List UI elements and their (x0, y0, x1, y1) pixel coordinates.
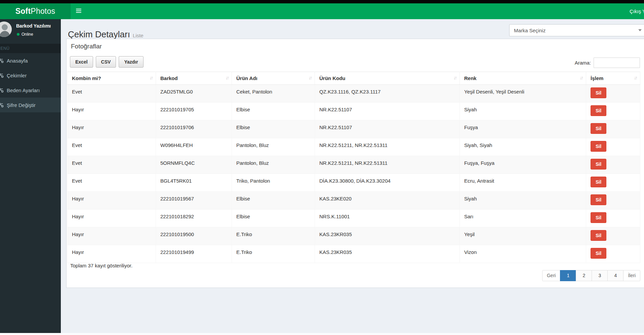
delete-button[interactable]: Sil (591, 87, 606, 98)
cell-barkod: 5ORNMFLQ4C (156, 156, 232, 174)
cell-renk: Fuşya (460, 120, 586, 138)
user-name: Barkod Yazılımı (16, 23, 51, 29)
chevron-down-icon (638, 29, 642, 31)
cell-urun_adi: Elbise (232, 120, 315, 138)
table-row: Hayır222101019499E.TrikoKAS.23KR035Vizon… (68, 245, 640, 263)
cell-renk: Siyah (460, 192, 586, 210)
photos-table: Kombin mi?↓↑Barkod↓↑Ürün Adı↓↑Ürün Kodu↓… (67, 72, 640, 263)
cell-barkod: 222101019706 (156, 120, 232, 138)
delete-button[interactable]: Sil (591, 159, 606, 170)
cell-urun_adi: Elbise (232, 103, 315, 120)
search-input[interactable] (594, 58, 640, 68)
cell-islem: Sil (586, 210, 640, 227)
pagination-page-2[interactable]: 2 (576, 270, 592, 281)
pagination-page-1[interactable]: 1 (560, 270, 576, 281)
sidebar-item-1[interactable]: Anasayfa (0, 53, 61, 68)
sidebar-item-label: Çekimler (7, 73, 27, 78)
cell-kombin: Evet (68, 174, 156, 192)
user-status: Online (17, 32, 33, 37)
user-avatar (0, 22, 12, 37)
pagination: Geri1234İleri (542, 270, 640, 281)
app-logo[interactable]: SoftPhotos (0, 3, 71, 19)
sidebar-menu: AnasayfaÇekimlerBeden AyarlarıŞifre Deği… (0, 53, 61, 112)
cell-islem: Sil (586, 103, 640, 120)
column-header[interactable]: Barkod↓↑ (156, 72, 232, 85)
table-row: EvetZAD25TMLG0Ceket, PantolonQZ.K23.1116… (68, 85, 640, 103)
cell-kombin: Evet (68, 138, 156, 156)
sidebar-item-2[interactable]: Çekimler (0, 68, 61, 83)
cell-urun_kodu: KAS.23KE020 (315, 192, 460, 210)
sidebar-item-label: Beden Ayarları (7, 87, 40, 93)
cell-renk: Siyah, Siyah (460, 138, 586, 156)
csv-export-button[interactable]: CSV (96, 56, 116, 68)
cell-barkod: BGL4T5RK01 (156, 174, 232, 192)
pagination-prev-button[interactable]: Geri (542, 270, 560, 281)
column-header[interactable]: Kombin mi?↓↑ (68, 72, 156, 85)
logo-bold-text: Soft (15, 7, 31, 16)
barcode-link-icon (0, 103, 6, 108)
column-header[interactable]: Ürün Adı↓↑ (232, 72, 315, 85)
top-navbar: SoftPhotos Çıkış Yap (0, 3, 644, 19)
cell-kombin: Hayır (68, 120, 156, 138)
sidebar-item-4[interactable]: Şifre Değiştir (0, 98, 61, 112)
cell-urun_adi: Pantolon, Bluz (232, 138, 315, 156)
cell-urun_adi: Elbise (232, 192, 315, 210)
barcode-link-icon (0, 88, 6, 93)
sidebar-item-3[interactable]: Beden Ayarları (0, 83, 61, 98)
delete-button[interactable]: Sil (591, 230, 606, 241)
delete-button[interactable]: Sil (591, 141, 606, 152)
cell-renk: Fuşya, Fuşya (460, 156, 586, 174)
delete-button[interactable]: Sil (591, 105, 606, 116)
online-status-icon (17, 33, 19, 36)
cell-kombin: Evet (68, 85, 156, 103)
sort-icon: ↓↑ (309, 75, 311, 80)
cell-urun_kodu: NR.K22.51211, NR.K22.51311 (315, 138, 460, 156)
logout-link[interactable]: Çıkış Yap (630, 3, 644, 19)
logo-light-text: Photos (31, 7, 55, 16)
hamburger-menu-icon[interactable] (76, 9, 81, 13)
excel-export-button[interactable]: Excel (70, 56, 93, 68)
sort-icon: ↓↑ (634, 75, 637, 80)
cell-urun_adi: Elbise (232, 210, 315, 227)
window-top-edge (0, 0, 644, 3)
online-status-label: Online (22, 32, 33, 37)
search-label: Arama: (575, 60, 591, 66)
cell-barkod: 222101019500 (156, 227, 232, 245)
page-subtitle: Liste (133, 33, 144, 38)
cell-kombin: Evet (68, 156, 156, 174)
sidebar: Barkod Yazılımı Online MENÜ AnasayfaÇeki… (0, 19, 61, 333)
cell-islem: Sil (586, 156, 640, 174)
delete-button[interactable]: Sil (591, 248, 606, 259)
table-row: Hayır222101019705ElbiseNR.K22.51107Siyah… (68, 103, 640, 120)
pagination-next-button[interactable]: İleri (623, 270, 640, 281)
table-row: Hayır222101019567ElbiseKAS.23KE020SiyahS… (68, 192, 640, 210)
cell-kombin: Hayır (68, 103, 156, 120)
brand-select-value: Marka Seçiniz (514, 28, 546, 33)
yazdır-export-button[interactable]: Yazdır (119, 56, 143, 68)
table-row: Hayır222101019706ElbiseNR.K22.51107Fuşya… (68, 120, 640, 138)
sidebar-item-label: Anasayfa (7, 58, 28, 64)
pagination-page-3[interactable]: 3 (592, 270, 608, 281)
export-buttons: ExcelCSVYazdır (70, 56, 144, 68)
cell-urun_adi: E.Triko (232, 245, 315, 263)
cell-urun_kodu: NR.K22.51107 (315, 103, 460, 120)
delete-button[interactable]: Sil (591, 194, 606, 205)
brand-select-dropdown[interactable]: Marka Seçiniz (509, 24, 644, 36)
delete-button[interactable]: Sil (591, 177, 606, 187)
user-panel: Barkod Yazılımı Online (0, 19, 61, 44)
cell-urun_kodu: DİA.K23.30800, DİA.K23.30204 (315, 174, 460, 192)
barcode-link-icon (0, 73, 6, 78)
table-row: Evet5ORNMFLQ4CPantolon, BluzNR.K22.51211… (68, 156, 640, 174)
cell-kombin: Hayır (68, 245, 156, 263)
delete-button[interactable]: Sil (591, 212, 606, 223)
column-header[interactable]: Ürün Kodu↓↑ (315, 72, 460, 85)
cell-renk: Yeşil Desenli, Yeşil Desenli (460, 85, 586, 103)
cell-urun_adi: Triko, Pantolon (232, 174, 315, 192)
column-header[interactable]: Renk↓↑ (460, 72, 586, 85)
cell-urun_kodu: NR.K22.51211, NR.K22.51311 (315, 156, 460, 174)
delete-button[interactable]: Sil (591, 123, 606, 134)
cell-urun_adi: Pantolon, Bluz (232, 156, 315, 174)
pagination-page-4[interactable]: 4 (607, 270, 623, 281)
column-header[interactable]: İşlem↓↑ (586, 72, 640, 85)
cell-urun_kodu: KAS.23KR035 (315, 227, 460, 245)
